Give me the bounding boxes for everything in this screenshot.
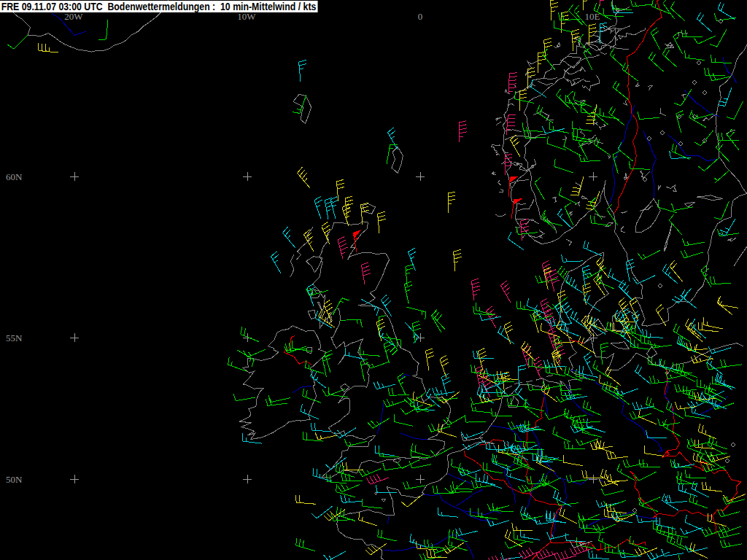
- svg-text:60N: 60N: [6, 171, 23, 182]
- svg-text:0: 0: [418, 11, 423, 22]
- svg-text:20W: 20W: [64, 11, 83, 22]
- svg-text:55N: 55N: [6, 332, 23, 343]
- svg-text:10E: 10E: [585, 11, 600, 22]
- svg-text:50N: 50N: [6, 474, 23, 485]
- svg-text:10W: 10W: [237, 11, 256, 22]
